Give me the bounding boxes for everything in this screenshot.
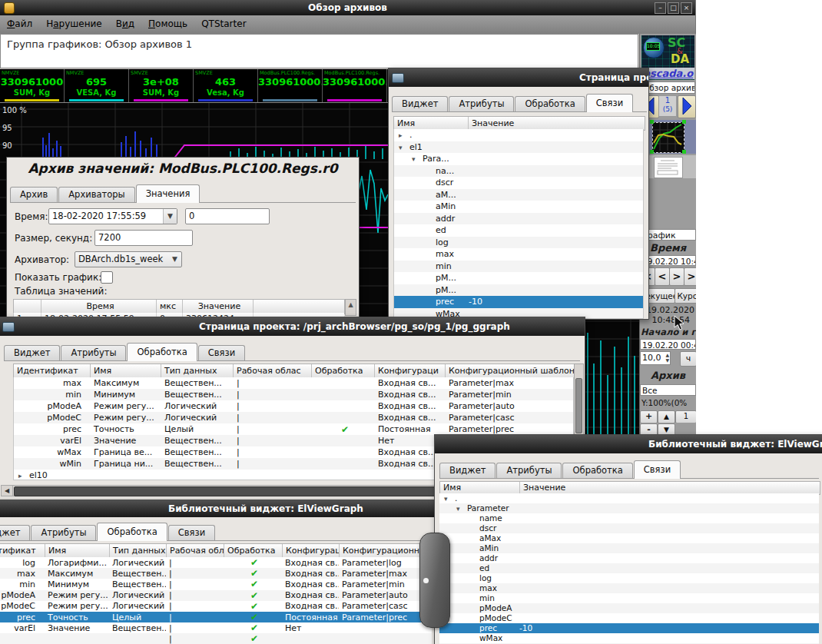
tab-Обработка[interactable]: Обработка <box>97 523 167 541</box>
column-header[interactable]: Имя <box>91 364 161 378</box>
tree-row[interactable]: pModeC <box>439 613 819 623</box>
column-header[interactable]: Конфигурационный ш <box>340 544 433 558</box>
column-value[interactable]: Значение <box>520 482 820 494</box>
window-control-button[interactable]: □ <box>668 2 679 14</box>
column-time[interactable]: Время <box>41 300 157 314</box>
menu-item[interactable]: Нарушение <box>39 15 109 34</box>
tree-row[interactable]: name <box>439 513 819 523</box>
window-control-button[interactable]: × <box>681 2 692 14</box>
zoom-in-button[interactable]: + <box>640 410 658 423</box>
table-row[interactable]: precТочностьЦелый|✔ПостояннаяParameter|p… <box>14 423 573 435</box>
tree-row[interactable]: ▸. <box>394 129 643 141</box>
tab-Связи[interactable]: Связи <box>198 345 245 360</box>
column-header[interactable]: Идентификат <box>0 544 45 558</box>
tree-row[interactable]: prec-10 <box>394 296 643 308</box>
table-row[interactable]: maxМаксимумВеществен...|Входная св...Par… <box>14 377 573 389</box>
scale-extra-button[interactable]: 1 <box>675 410 696 423</box>
lib-left-table[interactable]: logЛогарифми...Логический|✔Входная св...… <box>0 557 432 644</box>
tab-Атрибуты[interactable]: Атрибуты <box>61 345 126 360</box>
dropdown-arrow-icon[interactable]: ▼ <box>163 209 177 224</box>
expand-icon[interactable]: ▸ <box>399 130 409 141</box>
tree-row[interactable]: aM... <box>394 189 643 201</box>
column-value[interactable]: Значение <box>183 300 254 314</box>
tree-row[interactable]: max <box>394 248 643 261</box>
column-value[interactable]: Значение <box>469 117 645 130</box>
column-header[interactable]: Конфигураци <box>375 364 446 378</box>
zoom-out-button[interactable]: - <box>640 423 658 434</box>
column-name[interactable]: Имя <box>394 117 469 130</box>
begin-value-field[interactable]: 19.02.20 00:48:5 <box>640 339 696 350</box>
menu-item[interactable]: QTStarter <box>194 15 253 34</box>
tree-row[interactable]: addr <box>394 213 643 225</box>
tree-row[interactable]: ed <box>394 224 643 237</box>
page-dialog-titlebar[interactable]: Страница проекта: /prj_archBrowser/pg_so… <box>389 68 648 87</box>
tab-Виджет[interactable]: Виджет <box>439 463 496 478</box>
column-rownum[interactable] <box>14 300 41 314</box>
project-window-titlebar[interactable]: Страница проекта: /prj_archBrowser/pg_so… <box>0 317 585 336</box>
table-row[interactable]: minМинимумВеществен...|Входная св...Para… <box>14 389 573 400</box>
tab-Связи[interactable]: Связи <box>586 94 633 112</box>
tree-row[interactable]: ▾Parameter <box>439 503 819 513</box>
tree-row[interactable]: wMax <box>439 633 819 643</box>
tab-Архиваторы[interactable]: Архиваторы <box>58 187 134 202</box>
scroll-left-icon[interactable]: ◀ <box>2 486 13 496</box>
time-nav-button[interactable]: > <box>669 267 684 286</box>
tab-Связи[interactable]: Связи <box>634 460 681 479</box>
tab-Атрибуты[interactable]: Атрибуты <box>31 525 96 540</box>
values-table-vscrollbar[interactable]: ▲ <box>345 299 356 316</box>
column-header[interactable]: Обработка <box>224 544 283 558</box>
lib-left-titlebar[interactable]: Библиотечный виджет: ElViewGraph <box>0 500 441 517</box>
archiver-combo[interactable]: DBArch.db1s_week ▼ <box>75 251 182 267</box>
column-name[interactable]: Имя <box>440 482 520 494</box>
tab-Виджет[interactable]: Виджет <box>0 525 30 540</box>
depth-unit-button[interactable]: ч <box>680 351 696 367</box>
tab-Обработка[interactable]: Обработка <box>515 96 585 111</box>
table-row[interactable]: |✔ <box>0 633 432 644</box>
size-input[interactable]: 7200 <box>94 230 193 246</box>
expand-icon[interactable]: ▸ <box>14 472 29 480</box>
window-control-button[interactable]: – <box>655 2 666 14</box>
tree-row[interactable]: na... <box>394 165 643 178</box>
dropdown-arrow-icon[interactable]: ▼ <box>168 252 181 267</box>
collapse-icon[interactable]: ▾ <box>456 504 467 513</box>
tree-row[interactable]: ed <box>439 563 819 573</box>
time-nav-button[interactable]: < <box>655 267 670 286</box>
shift-up-button[interactable]: ▲ <box>658 410 675 423</box>
tree-row[interactable]: max <box>439 583 819 593</box>
tree-row[interactable]: aMin <box>394 201 643 213</box>
scroll-up-icon[interactable]: ▲ <box>346 300 356 310</box>
collapse-icon[interactable]: ▾ <box>399 142 409 154</box>
lib-right-titlebar[interactable]: Библиотечный виджет: ElViewGraph <box>435 435 822 453</box>
table-row[interactable]: logЛогарифми...Логический|✔Входная св...… <box>0 557 432 568</box>
tab-Обработка[interactable]: Обработка <box>562 463 632 478</box>
group-label-bar[interactable]: Группа графиков: Обзор архивов 1 <box>0 34 638 68</box>
tab-Архив[interactable]: Архив <box>10 187 58 202</box>
tab-Обработка[interactable]: Обработка <box>127 343 197 361</box>
tab-Атрибуты[interactable]: Атрибуты <box>496 463 562 478</box>
column-header[interactable]: Тип данных <box>110 544 167 558</box>
tree-row[interactable]: log <box>394 237 643 249</box>
tab-Виджет[interactable]: Виджет <box>392 96 448 111</box>
tree-row[interactable]: pM... <box>394 272 643 284</box>
table-row[interactable]: pModeAРежим регу...Логический|✔Входная с… <box>0 590 432 601</box>
tree-row[interactable]: min <box>439 593 819 603</box>
tab-Значения[interactable]: Значения <box>136 184 201 203</box>
tree-row[interactable]: prec-10 <box>439 623 819 633</box>
tree-row[interactable]: dscr <box>394 177 643 189</box>
column-header[interactable]: Рабочая облас <box>167 544 224 558</box>
menu-item[interactable]: Файл <box>0 15 39 34</box>
menu-item[interactable]: Помощь <box>141 15 194 34</box>
table-row[interactable]: pModeCРежим регу...Логический|Входная св… <box>14 412 573 423</box>
collapse-icon[interactable]: ▾ <box>444 494 455 503</box>
tree-row[interactable]: aMax <box>439 533 819 543</box>
tree-row[interactable]: min <box>394 261 643 273</box>
table-row[interactable]: minМинимумВеществен...|✔Входная св...Par… <box>0 579 432 589</box>
scroll-handle-overlay[interactable] <box>419 533 450 628</box>
tree-row[interactable]: ▾. <box>439 493 819 503</box>
table-row[interactable]: maxМаксимумВеществен...|✔Входная св...Pa… <box>0 568 432 579</box>
table-row[interactable]: pModeCРежим регу...Логический|✔Входная с… <box>0 601 432 612</box>
next-page-button[interactable] <box>678 95 696 118</box>
time-nav-button[interactable]: > <box>684 267 696 286</box>
collapse-icon[interactable]: ▾ <box>412 154 423 165</box>
project-table-header[interactable]: ИдентификатИмяТип данныхРабочая обласОбр… <box>13 363 575 379</box>
